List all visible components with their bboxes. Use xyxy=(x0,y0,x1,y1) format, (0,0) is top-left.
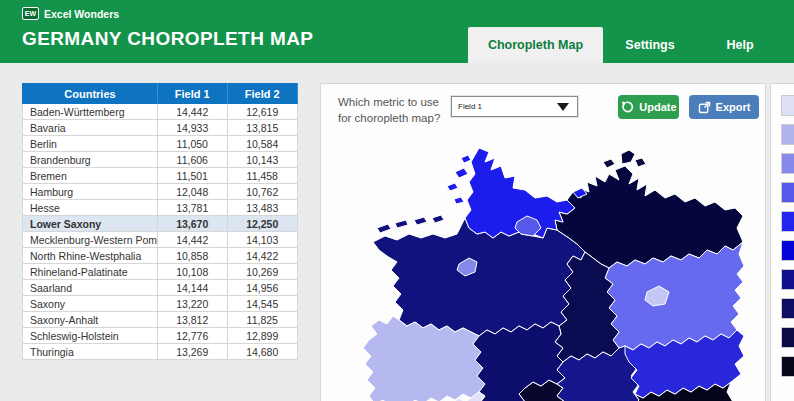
legend-swatch xyxy=(781,211,794,232)
value-cell: 10,143 xyxy=(227,152,298,168)
value-cell: 10,858 xyxy=(158,248,228,264)
table-row[interactable]: Saxony13,22014,545 xyxy=(23,296,298,312)
column-header-field1: Field 1 xyxy=(158,84,228,104)
table-row[interactable]: Berlin11,05010,584 xyxy=(23,136,298,152)
value-cell: 10,584 xyxy=(227,136,298,152)
value-cell: 10,108 xyxy=(158,264,228,280)
table-row[interactable]: North Rhine-Westphalia10,85814,422 xyxy=(23,248,298,264)
update-button-label: Update xyxy=(639,101,676,113)
country-cell: Rhineland-Palatinate xyxy=(23,264,158,280)
country-cell: Schleswig-Holstein xyxy=(23,328,158,344)
map-panel: Which metric to use for choropleth map? … xyxy=(320,83,766,401)
table-row[interactable]: Hamburg12,04810,762 xyxy=(23,184,298,200)
map-state-sh xyxy=(447,183,458,191)
value-cell: 12,250 xyxy=(227,216,298,232)
metric-question-label: Which metric to use for choropleth map? xyxy=(338,95,454,126)
tab-settings[interactable]: Settings xyxy=(605,27,695,63)
country-cell: Brandenburg xyxy=(23,152,158,168)
value-cell: 14,956 xyxy=(227,280,298,296)
table-row[interactable]: Saarland14,14414,956 xyxy=(23,280,298,296)
legend-swatch xyxy=(781,298,794,319)
table-row[interactable]: Bavaria14,93313,815 xyxy=(23,120,298,136)
legend-swatch xyxy=(781,327,794,348)
value-cell: 14,442 xyxy=(158,232,228,248)
map-state-ni xyxy=(377,224,391,233)
value-cell: 11,501 xyxy=(158,168,228,184)
value-cell: 13,483 xyxy=(227,200,298,216)
chevron-down-icon xyxy=(557,103,569,111)
value-cell: 10,762 xyxy=(227,184,298,200)
table-row[interactable]: Hesse13,78113,483 xyxy=(23,200,298,216)
export-button-label: Export xyxy=(716,101,751,113)
country-cell: North Rhine-Westphalia xyxy=(23,248,158,264)
map-state-sh xyxy=(461,155,471,163)
value-cell: 13,269 xyxy=(158,344,228,360)
country-cell: Lower Saxony xyxy=(23,216,158,232)
legend-swatch xyxy=(781,182,794,203)
update-button[interactable]: Update xyxy=(618,95,679,119)
table-row[interactable]: Schleswig-Holstein12,77612,899 xyxy=(23,328,298,344)
value-cell: 14,442 xyxy=(158,104,228,120)
country-cell: Bavaria xyxy=(23,120,158,136)
value-cell: 14,680 xyxy=(227,344,298,360)
table-row[interactable]: Brandenburg11,60610,143 xyxy=(23,152,298,168)
table-row[interactable]: Thuringia13,26914,680 xyxy=(23,344,298,360)
value-cell: 13,220 xyxy=(158,296,228,312)
value-cell: 11,050 xyxy=(158,136,228,152)
value-cell: 12,899 xyxy=(227,328,298,344)
table-row[interactable]: Lower Saxony13,67012,250 xyxy=(23,216,298,232)
value-cell: 14,545 xyxy=(227,296,298,312)
column-header-field2: Field 2 xyxy=(227,84,298,104)
map-state-ni xyxy=(432,215,444,223)
country-cell: Bremen xyxy=(23,168,158,184)
legend-swatch xyxy=(781,124,794,145)
export-button[interactable]: Export xyxy=(689,95,759,119)
export-icon xyxy=(698,101,711,114)
table-row[interactable]: Rhineland-Palatinate10,10810,269 xyxy=(23,264,298,280)
table-body: Baden-Württemberg14,44212,619Bavaria14,9… xyxy=(23,104,298,360)
legend-swatch xyxy=(781,356,794,377)
map-state-ni xyxy=(373,218,585,336)
tab-help[interactable]: Help xyxy=(705,27,775,63)
metric-dropdown[interactable]: Field 1 xyxy=(451,96,578,117)
value-cell: 13,812 xyxy=(158,312,228,328)
value-cell: 13,781 xyxy=(158,200,228,216)
value-cell: 14,422 xyxy=(227,248,298,264)
table-row[interactable]: Bremen11,50111,458 xyxy=(23,168,298,184)
legend-swatch xyxy=(781,269,794,290)
column-header-countries: Countries xyxy=(23,84,158,104)
value-cell: 13,670 xyxy=(158,216,228,232)
map-state-mv xyxy=(621,150,635,164)
country-cell: Hamburg xyxy=(23,184,158,200)
country-cell: Thuringia xyxy=(23,344,158,360)
germany-choropleth-map xyxy=(359,146,749,401)
map-state-mv xyxy=(635,158,646,167)
country-cell: Saarland xyxy=(23,280,158,296)
value-cell: 12,776 xyxy=(158,328,228,344)
country-cell: Mecklenburg-Western Pomerania xyxy=(23,232,158,248)
page-title: GERMANY CHOROPLETH MAP xyxy=(22,28,313,50)
map-state-ni xyxy=(414,217,427,225)
map-state-sh xyxy=(454,197,464,204)
table-row[interactable]: Saxony-Anhalt13,81211,825 xyxy=(23,312,298,328)
country-cell: Berlin xyxy=(23,136,158,152)
refresh-icon xyxy=(620,100,634,114)
map-state-mv xyxy=(603,159,615,168)
legend-swatch xyxy=(781,240,794,261)
value-cell: 11,825 xyxy=(227,312,298,328)
legend-swatch xyxy=(781,95,794,116)
excel-wonders-logo-icon: EW xyxy=(22,7,39,20)
value-cell: 10,269 xyxy=(227,264,298,280)
table-header-row: Countries Field 1 Field 2 xyxy=(23,84,298,104)
table-row[interactable]: Baden-Württemberg14,44212,619 xyxy=(23,104,298,120)
country-cell: Baden-Württemberg xyxy=(23,104,158,120)
value-cell: 14,933 xyxy=(158,120,228,136)
tab-choropleth-map[interactable]: Choropleth Map xyxy=(468,27,603,63)
value-cell: 13,815 xyxy=(227,120,298,136)
value-cell: 11,458 xyxy=(227,168,298,184)
legend-panel xyxy=(770,83,794,401)
map-state-sh xyxy=(455,168,468,178)
map-state-ni xyxy=(395,220,408,228)
country-cell: Saxony xyxy=(23,296,158,312)
table-row[interactable]: Mecklenburg-Western Pomerania14,44214,10… xyxy=(23,232,298,248)
